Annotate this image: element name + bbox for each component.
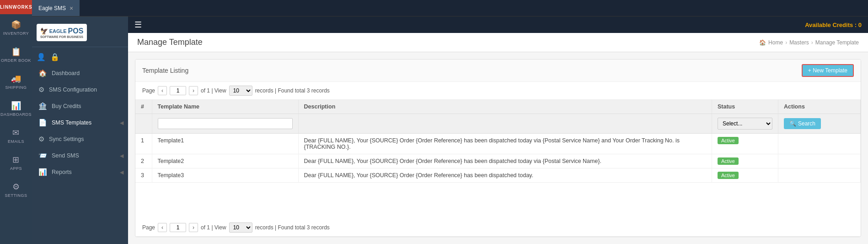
- breadcrumb-home[interactable]: Home: [768, 39, 783, 46]
- logo-eagle: EAGLE: [49, 28, 67, 34]
- records-label-top: records | Found total 3 records: [255, 87, 330, 94]
- sidebar-logo-area: 🦅 EAGLE POS SOFTWARE FOR BUSINESS: [32, 20, 128, 47]
- cell-status: Active: [712, 168, 778, 183]
- sidebar-item-send-sms[interactable]: 📨 Send SMS ◀: [32, 147, 128, 164]
- pagination-bottom: Page ‹ › of 1 | View 10 25 50 100 record…: [135, 219, 861, 237]
- breadcrumb-masters[interactable]: Masters: [789, 39, 809, 46]
- filter-actions-cell: 🔍 Search: [778, 114, 861, 134]
- sidebar-item-label: Dashboard: [52, 70, 80, 76]
- cell-num: 3: [135, 168, 152, 183]
- reports-icon: 📊: [38, 168, 47, 176]
- table-header-row: # Template Name Description Status Actio…: [135, 100, 861, 114]
- template-table: # Template Name Description Status Actio…: [135, 100, 861, 183]
- card-title: Template Listing: [142, 67, 188, 74]
- table-row: 2 Template2 Dear {FULL NAME}, Your {SOUR…: [135, 154, 861, 168]
- nav-item-emails[interactable]: ✉ EMAILS: [0, 122, 32, 149]
- page-number-input-top[interactable]: [170, 86, 186, 95]
- status-badge: Active: [718, 157, 739, 165]
- cell-description: Dear {FULL NAME}, Your {SOURCE} Order {O…: [298, 154, 712, 168]
- page-label-top: Page: [142, 87, 155, 94]
- prev-page-button-top[interactable]: ‹: [158, 86, 167, 95]
- sidebar-item-reports[interactable]: 📊 Reports ◀: [32, 164, 128, 180]
- emails-icon: ✉: [12, 128, 20, 138]
- filter-status-cell: Select... Active Inactive: [712, 114, 778, 134]
- orderbook-icon: 📋: [11, 47, 21, 57]
- breadcrumb-sep-1: ›: [785, 39, 787, 46]
- logo-text: 🦅 EAGLE POS SOFTWARE FOR BUSINESS: [40, 27, 84, 38]
- search-button[interactable]: 🔍 Search: [784, 118, 821, 129]
- page-number-input-bottom[interactable]: [170, 223, 186, 232]
- home-icon: 🏠: [759, 39, 766, 46]
- inventory-icon: 📦: [11, 20, 21, 30]
- col-header-actions: Actions: [778, 100, 861, 114]
- content-area: 🦅 EAGLE POS SOFTWARE FOR BUSINESS 👤 🔒 🏠 …: [32, 16, 868, 244]
- card-header: Template Listing + New Template: [135, 60, 861, 82]
- chevron-right-icon-3: ◀: [120, 169, 123, 175]
- filter-name-cell: [152, 114, 298, 134]
- status-badge: Active: [718, 172, 739, 179]
- new-template-button[interactable]: + New Template: [802, 64, 854, 77]
- user-icon[interactable]: 👤: [37, 53, 46, 61]
- settings-icon: ⚙: [12, 182, 20, 192]
- col-header-status: Status: [712, 100, 778, 114]
- breadcrumb-bar: Manage Template 🏠 Home › Masters › Manag…: [128, 33, 868, 52]
- page-label-bottom: Page: [142, 224, 155, 231]
- dashboards-icon: 📊: [11, 101, 21, 111]
- chevron-right-icon-2: ◀: [120, 153, 123, 159]
- next-page-button-bottom[interactable]: ›: [189, 223, 198, 232]
- sidebar-item-sms-config[interactable]: ⚙ SMS Configuration: [32, 81, 128, 98]
- cell-description: Dear {FULL NAME}, Your {SOURCE} Order {O…: [298, 134, 712, 154]
- template-listing-card: Template Listing + New Template Page ‹ ›…: [135, 59, 861, 237]
- nav-item-settings[interactable]: ⚙ SETTINGS: [0, 176, 32, 203]
- nav-item-apps[interactable]: ⊞ APPS: [0, 149, 32, 176]
- sidebar-item-sync-settings[interactable]: ⚙ Sync Settings: [32, 131, 128, 147]
- search-icon: 🔍: [789, 120, 796, 127]
- template-name-filter[interactable]: [158, 118, 293, 129]
- pagination-top: Page ‹ › of 1 | View 10 25 50 100 record…: [135, 82, 861, 100]
- filter-num-cell: [135, 114, 152, 134]
- nav-item-orderbook[interactable]: 📋 ORDER BOOK: [0, 41, 32, 68]
- main-content: ☰ Available Credits : 0 Manage Template …: [128, 16, 868, 244]
- sidebar-item-buy-credits[interactable]: 🏦 Buy Credits: [32, 98, 128, 114]
- cell-num: 1: [135, 134, 152, 154]
- nav-item-inventory[interactable]: 📦 INVENTORY: [0, 14, 32, 41]
- dashboard-icon: 🏠: [38, 69, 47, 77]
- breadcrumb-current: Manage Template: [815, 39, 859, 46]
- tab-close-icon[interactable]: ×: [70, 5, 73, 12]
- next-page-button-top[interactable]: ›: [189, 86, 198, 95]
- nav-item-shipping[interactable]: 🚚 SHIPPING: [0, 68, 32, 95]
- sidebar-item-label: Reports: [52, 169, 72, 175]
- sidebar-item-label: SMS Configuration: [49, 87, 97, 93]
- eagle-sms-tab[interactable]: Eagle SMS ×: [32, 0, 80, 16]
- lock-icon[interactable]: 🔒: [50, 53, 59, 61]
- app-logo: LINNWORKS: [0, 0, 32, 14]
- send-sms-icon: 📨: [38, 152, 47, 160]
- cell-description: Dear {FULL NAME}, Your {SOURCE} Order {O…: [298, 168, 712, 183]
- cell-name: Template3: [152, 168, 298, 183]
- cell-name: Template2: [152, 154, 298, 168]
- sidebar: 🦅 EAGLE POS SOFTWARE FOR BUSINESS 👤 🔒 🏠 …: [32, 16, 128, 244]
- table-filter-row: Select... Active Inactive 🔍 Search: [135, 114, 861, 134]
- logo-sub: SOFTWARE FOR BUSINESS: [40, 35, 83, 38]
- sync-settings-icon: ⚙: [38, 135, 44, 143]
- sms-templates-icon: 📄: [38, 119, 47, 127]
- nav-item-dashboards[interactable]: 📊 DASHBOARDS: [0, 95, 32, 122]
- sidebar-item-dashboard[interactable]: 🏠 Dashboard: [32, 65, 128, 81]
- top-header: ☰ Available Credits : 0: [128, 16, 868, 33]
- tab-bar: Eagle SMS ×: [32, 0, 868, 16]
- prev-page-button-bottom[interactable]: ‹: [158, 223, 167, 232]
- cell-actions: [778, 154, 861, 168]
- sms-config-icon: ⚙: [38, 86, 44, 94]
- sidebar-item-sms-templates[interactable]: 📄 SMS Templates ◀: [32, 114, 128, 131]
- main-panel: Eagle SMS × 🦅 EAGLE POS SOFTWARE FOR BUS…: [32, 0, 868, 244]
- records-label-bottom: records | Found total 3 records: [255, 224, 330, 231]
- breadcrumb-sep-2: ›: [811, 39, 813, 46]
- hamburger-icon[interactable]: ☰: [134, 20, 142, 30]
- col-header-desc: Description: [298, 100, 712, 114]
- per-page-select-bottom[interactable]: 10 25 50 100: [229, 222, 252, 233]
- tab-label: Eagle SMS: [38, 5, 66, 11]
- col-header-name: Template Name: [152, 100, 298, 114]
- page-title: Manage Template: [137, 38, 203, 47]
- per-page-select-top[interactable]: 10 25 50 100: [229, 86, 252, 96]
- status-filter-select[interactable]: Select... Active Inactive: [718, 118, 772, 130]
